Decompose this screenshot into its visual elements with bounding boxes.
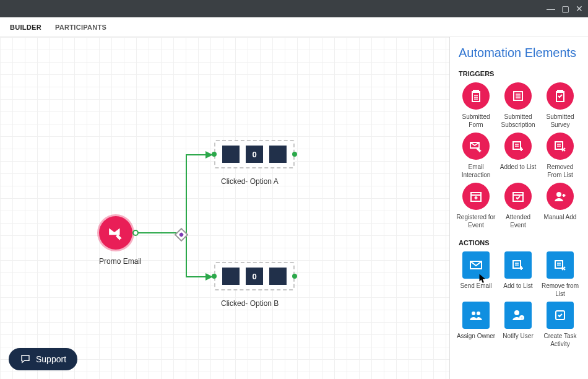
svg-rect-7 bbox=[555, 261, 563, 268]
action-item: Remove from List bbox=[540, 251, 580, 298]
svg-point-10 bbox=[514, 310, 519, 315]
trigger-item: Submitted Survey bbox=[540, 82, 580, 129]
trigger-item: Email Interaction bbox=[456, 133, 496, 179]
element-label: Notify User bbox=[498, 333, 538, 341]
empty-slot bbox=[222, 268, 240, 285]
dropzone-label-b: Clicked- Option B bbox=[221, 299, 279, 308]
element-label: Assign Owner bbox=[456, 333, 496, 341]
user-add-icon[interactable] bbox=[547, 183, 574, 210]
action-item: Send Email bbox=[456, 251, 496, 298]
trigger-item: Registered for Event bbox=[456, 183, 496, 229]
users-icon[interactable] bbox=[462, 302, 490, 329]
trigger-node-label: Promo Email bbox=[99, 257, 142, 266]
triggers-grid: Submitted FormSubmitted SubscriptionSubm… bbox=[450, 79, 588, 235]
svg-point-9 bbox=[477, 311, 480, 315]
maximize-icon[interactable]: ▢ bbox=[561, 4, 569, 13]
trigger-item: Attended Event bbox=[498, 183, 538, 229]
support-label: Support bbox=[36, 354, 66, 364]
action-item: Assign Owner bbox=[456, 302, 496, 348]
trigger-item: Submitted Subscription bbox=[498, 82, 538, 129]
input-port[interactable] bbox=[212, 152, 217, 157]
task-icon[interactable] bbox=[547, 302, 574, 329]
support-button[interactable]: Support bbox=[9, 348, 77, 370]
connector-lines bbox=[0, 37, 449, 379]
element-label: Attended Event bbox=[498, 214, 538, 229]
trigger-node-promo-email[interactable]: Promo Email bbox=[99, 216, 142, 266]
trigger-item: Submitted Form bbox=[456, 82, 496, 129]
svg-rect-4 bbox=[513, 193, 523, 201]
count-slot: 0 bbox=[246, 146, 263, 163]
element-label: Submitted Survey bbox=[540, 113, 580, 129]
output-port[interactable] bbox=[292, 152, 297, 157]
minimize-icon[interactable]: — bbox=[547, 4, 555, 13]
element-label: Submitted Subscription bbox=[498, 113, 538, 129]
dropzone-node-a[interactable]: 0 bbox=[214, 140, 295, 168]
element-label: Removed From List bbox=[540, 163, 580, 179]
mail-icon[interactable] bbox=[462, 251, 490, 279]
dropzone-label-a: Clicked- Option A bbox=[221, 177, 279, 186]
list-remove-icon[interactable] bbox=[547, 133, 574, 160]
output-port[interactable] bbox=[132, 230, 139, 236]
action-item: Create Task Activity bbox=[540, 302, 580, 348]
workflow-canvas[interactable]: Promo Email 0 Clicked- Option A 0 Clicke… bbox=[0, 37, 449, 379]
trigger-item: Added to List bbox=[498, 133, 538, 179]
output-port[interactable] bbox=[292, 274, 297, 279]
close-icon[interactable]: ✕ bbox=[576, 4, 583, 13]
empty-slot bbox=[269, 268, 287, 285]
section-header-actions: ACTIONS bbox=[450, 235, 588, 248]
action-item: !Notify User bbox=[498, 302, 538, 348]
input-port[interactable] bbox=[212, 274, 217, 279]
user-alert-icon[interactable]: ! bbox=[504, 302, 532, 329]
trigger-item: Manual Add bbox=[540, 183, 580, 229]
svg-point-5 bbox=[556, 192, 561, 197]
list-add-icon[interactable] bbox=[504, 133, 532, 160]
mail-click-icon bbox=[108, 225, 124, 241]
svg-rect-1 bbox=[513, 142, 521, 149]
actions-grid: Send EmailAdd to ListRemove from ListAss… bbox=[450, 248, 588, 354]
list-remove-icon[interactable] bbox=[547, 251, 574, 279]
window-title-bar: — ▢ ✕ bbox=[0, 0, 588, 17]
elements-sidebar: Automation Elements TRIGGERS Submitted F… bbox=[449, 37, 588, 379]
empty-slot bbox=[269, 146, 287, 163]
empty-slot bbox=[222, 146, 240, 163]
tab-builder[interactable]: BUILDER bbox=[10, 24, 41, 31]
decision-node[interactable] bbox=[175, 228, 189, 242]
element-label: Added to List bbox=[498, 163, 538, 172]
checklist-icon[interactable] bbox=[547, 82, 574, 110]
cal-add-icon[interactable] bbox=[462, 183, 490, 210]
element-label: Email Interaction bbox=[456, 163, 496, 179]
element-label: Remove from List bbox=[540, 282, 580, 298]
clipboard-icon[interactable] bbox=[462, 82, 490, 110]
sidebar-title: Automation Elements bbox=[450, 43, 588, 66]
list-icon[interactable] bbox=[504, 82, 532, 110]
dropzone-node-b[interactable]: 0 bbox=[214, 262, 295, 290]
view-tabs: BUILDER PARTICIPANTS bbox=[0, 17, 588, 37]
trigger-item: Removed From List bbox=[540, 133, 580, 179]
count-slot: 0 bbox=[246, 268, 263, 285]
element-label: Manual Add bbox=[540, 214, 580, 222]
element-label: Create Task Activity bbox=[540, 333, 580, 348]
tab-participants[interactable]: PARTICIPANTS bbox=[55, 24, 106, 31]
cal-check-icon[interactable] bbox=[504, 183, 532, 210]
mail-click-icon[interactable] bbox=[462, 133, 490, 160]
element-label: Send Email bbox=[456, 282, 496, 290]
list-add-icon[interactable] bbox=[504, 251, 532, 279]
element-label: Registered for Event bbox=[456, 214, 496, 229]
svg-rect-2 bbox=[555, 142, 563, 149]
element-label: Add to List bbox=[498, 282, 538, 290]
svg-point-8 bbox=[472, 311, 475, 315]
chat-icon bbox=[20, 354, 31, 365]
element-label: Submitted Form bbox=[456, 113, 496, 129]
action-item: Add to List bbox=[498, 251, 538, 298]
section-header-triggers: TRIGGERS bbox=[450, 66, 588, 79]
svg-rect-6 bbox=[513, 261, 521, 268]
